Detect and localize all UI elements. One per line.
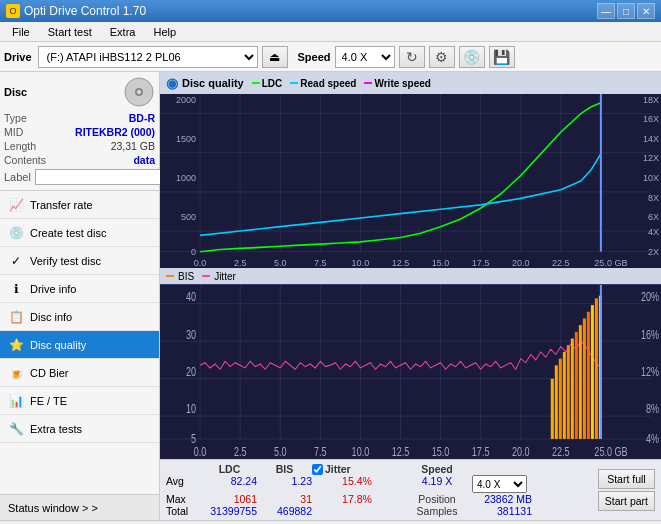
disc-header: Disc	[4, 76, 155, 108]
bottom-chart-svg: 40 30 20 10 5 20% 16% 12% 8% 4%	[160, 285, 661, 459]
stats-col-ldc: LDC	[202, 463, 257, 475]
speed-setting-select[interactable]: 4.0 X	[472, 475, 527, 493]
label-input[interactable]	[35, 169, 168, 185]
type-label: Type	[4, 112, 27, 124]
nav-drive-info[interactable]: ℹ Drive info	[0, 275, 159, 303]
svg-text:20: 20	[186, 365, 196, 379]
svg-rect-80	[579, 325, 582, 439]
stats-max-row: Max 1061 31 17.8% Position 23862 MB	[166, 493, 588, 505]
svg-text:6X: 6X	[648, 211, 660, 222]
svg-text:16%: 16%	[641, 327, 659, 341]
stats-avg-speed: 4.19 X	[402, 475, 472, 493]
legend-jitter-label: Jitter	[214, 271, 236, 282]
svg-text:40: 40	[186, 290, 196, 304]
menu-extra[interactable]: Extra	[102, 24, 144, 40]
svg-text:15.0: 15.0	[432, 445, 450, 459]
svg-text:12.5: 12.5	[392, 445, 410, 459]
svg-rect-74	[555, 365, 558, 439]
svg-rect-73	[551, 379, 554, 439]
svg-text:25.0 GB: 25.0 GB	[594, 445, 627, 459]
disc-contents-row: Contents data	[4, 154, 155, 166]
app-icon: O	[6, 4, 20, 18]
eject-button[interactable]: ⏏	[262, 46, 288, 68]
stats-avg-label: Avg	[166, 475, 202, 493]
chart-header-icon: ◉	[166, 75, 178, 91]
svg-text:5.0: 5.0	[274, 445, 287, 459]
svg-text:16X: 16X	[643, 113, 660, 124]
disc-type-row: Type BD-R	[4, 112, 155, 124]
nav-transfer-rate[interactable]: 📈 Transfer rate	[0, 191, 159, 219]
drive-info-icon: ℹ	[8, 281, 24, 297]
disc-section: Disc Type BD-R MID RITEKBR2 (000) Lengt	[0, 72, 159, 191]
stats-col-empty2	[472, 463, 532, 475]
label-label: Label	[4, 171, 31, 183]
start-full-button[interactable]: Start full	[598, 469, 655, 489]
menu-help[interactable]: Help	[145, 24, 184, 40]
stats-total-row: Total 31399755 469882 Samples 381131	[166, 505, 588, 517]
maximize-button[interactable]: □	[617, 3, 635, 19]
svg-text:14X: 14X	[643, 132, 660, 143]
svg-text:22.5: 22.5	[552, 256, 570, 267]
title-bar-left: O Opti Drive Control 1.70	[6, 4, 146, 18]
svg-text:10: 10	[186, 402, 196, 416]
svg-rect-78	[571, 339, 574, 439]
svg-rect-75	[559, 359, 562, 439]
top-chart-svg: 2000 1500 1000 500 0 18X 16X 14X 12X 10X…	[160, 94, 661, 268]
jitter-checkbox[interactable]	[312, 464, 323, 475]
nav-cd-bier[interactable]: 🍺 CD Bier	[0, 359, 159, 387]
svg-text:15.0: 15.0	[432, 256, 450, 267]
chart-top: 2000 1500 1000 500 0 18X 16X 14X 12X 10X…	[160, 94, 661, 268]
nav-verify-test-disc[interactable]: ✓ Verify test disc	[0, 247, 159, 275]
settings-button[interactable]: ⚙	[429, 46, 455, 68]
stats-col-speed: Speed	[402, 463, 472, 475]
chart-bottom: 40 30 20 10 5 20% 16% 12% 8% 4%	[160, 284, 661, 459]
svg-text:8%: 8%	[646, 402, 659, 416]
legend-bis: BIS	[166, 271, 194, 282]
legend-bis-label: BIS	[178, 271, 194, 282]
nav-disc-quality[interactable]: ⭐ Disc quality	[0, 331, 159, 359]
menu-file[interactable]: File	[4, 24, 38, 40]
nav-extra-tests[interactable]: 🔧 Extra tests	[0, 415, 159, 443]
stats-avg-jitter: 15.4%	[312, 475, 402, 493]
svg-text:0.0: 0.0	[194, 445, 207, 459]
refresh-button[interactable]: ↻	[399, 46, 425, 68]
menu-start-test[interactable]: Start test	[40, 24, 100, 40]
bottom-bar: Test completed 33:16	[0, 520, 661, 524]
nav-disc-info[interactable]: 📋 Disc info	[0, 303, 159, 331]
jitter-check-label: Jitter	[325, 463, 351, 475]
svg-text:20%: 20%	[641, 290, 659, 304]
legend-ldc: LDC	[252, 78, 283, 89]
stats-samples-label: Samples	[402, 505, 472, 517]
close-button[interactable]: ✕	[637, 3, 655, 19]
svg-text:4X: 4X	[648, 226, 660, 237]
nav-extra-tests-label: Extra tests	[30, 423, 82, 435]
mid-value: RITEKBR2 (000)	[75, 126, 155, 138]
speed-select[interactable]: 4.0 X	[335, 46, 395, 68]
disc-button[interactable]: 💿	[459, 46, 485, 68]
drive-select[interactable]: (F:) ATAPI iHBS112 2 PL06	[38, 46, 258, 68]
minimize-button[interactable]: —	[597, 3, 615, 19]
save-button[interactable]: 💾	[489, 46, 515, 68]
stats-action-buttons: Start full Start part	[598, 469, 655, 511]
stats-empty3	[312, 505, 402, 517]
mid-label: MID	[4, 126, 23, 138]
legend-write-speed-dot	[364, 82, 372, 84]
stats-header-row: LDC BIS Jitter Speed	[166, 463, 588, 475]
disc-quality-icon: ⭐	[8, 337, 24, 353]
start-part-button[interactable]: Start part	[598, 491, 655, 511]
legend-write-speed: Write speed	[364, 78, 431, 89]
cd-bier-icon: 🍺	[8, 365, 24, 381]
right-panel: ◉ Disc quality LDC Read speed Write spee…	[160, 72, 661, 520]
chart2-legend-bar: BIS Jitter	[160, 268, 661, 284]
status-window-button[interactable]: Status window > >	[0, 494, 159, 520]
svg-text:22.5: 22.5	[552, 445, 570, 459]
stats-col-bis: BIS	[257, 463, 312, 475]
nav-fe-te[interactable]: 📊 FE / TE	[0, 387, 159, 415]
disc-info-icon: 📋	[8, 309, 24, 325]
svg-text:7.5: 7.5	[314, 256, 327, 267]
svg-text:0: 0	[191, 246, 196, 257]
nav-fe-te-label: FE / TE	[30, 395, 67, 407]
nav-create-test-disc[interactable]: 💿 Create test disc	[0, 219, 159, 247]
svg-text:2.5: 2.5	[234, 256, 247, 267]
fe-te-icon: 📊	[8, 393, 24, 409]
